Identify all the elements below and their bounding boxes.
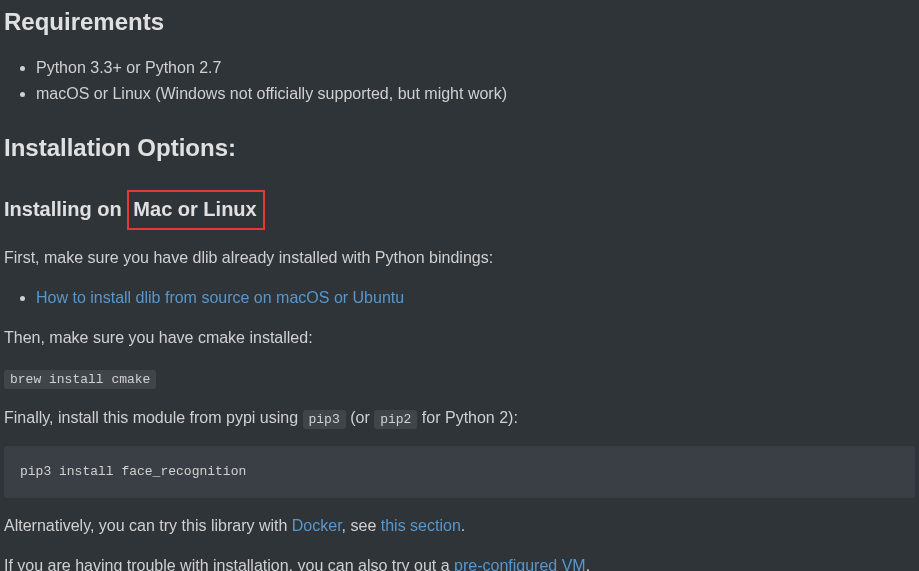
inline-code-pip2: pip2: [374, 410, 417, 429]
text-prefix: Alternatively, you can try this library …: [4, 517, 292, 534]
paragraph-vm: If you are having trouble with installat…: [4, 554, 915, 572]
highlighted-text: Mac or Linux: [127, 190, 264, 230]
text-prefix: Finally, install this module from pypi u…: [4, 409, 303, 426]
list-item: How to install dlib from source on macOS…: [36, 286, 915, 310]
installation-options-heading: Installation Options:: [4, 130, 915, 166]
inline-code-pip3: pip3: [303, 410, 346, 429]
list-item: Python 3.3+ or Python 2.7: [36, 56, 915, 80]
link-docker[interactable]: Docker: [292, 517, 342, 534]
paragraph-docker: Alternatively, you can try this library …: [4, 514, 915, 538]
link-dlib-install[interactable]: How to install dlib from source on macOS…: [36, 289, 404, 306]
installing-mac-linux-heading: Installing on Mac or Linux: [4, 190, 915, 230]
requirements-list: Python 3.3+ or Python 2.7 macOS or Linux…: [4, 56, 915, 106]
dlib-link-list: How to install dlib from source on macOS…: [4, 286, 915, 310]
requirements-heading: Requirements: [4, 4, 915, 40]
link-this-section[interactable]: this section: [381, 517, 461, 534]
list-item: macOS or Linux (Windows not officially s…: [36, 82, 915, 106]
inline-code: brew install cmake: [4, 370, 156, 389]
heading-text-prefix: Installing on: [4, 198, 127, 220]
paragraph-cmake-intro: Then, make sure you have cmake installed…: [4, 326, 915, 350]
text-mid: (or: [346, 409, 374, 426]
code-brew-install: brew install cmake: [4, 366, 915, 390]
code-block-pip-install: pip3 install face_recognition: [4, 446, 915, 498]
text-suffix: .: [461, 517, 465, 534]
text-suffix: for Python 2):: [417, 409, 518, 426]
text-suffix: .: [586, 557, 590, 572]
paragraph-pip-install: Finally, install this module from pypi u…: [4, 406, 915, 430]
text-mid: , see: [342, 517, 381, 534]
paragraph-dlib-intro: First, make sure you have dlib already i…: [4, 246, 915, 270]
text-prefix: If you are having trouble with installat…: [4, 557, 454, 572]
link-preconfigured-vm[interactable]: pre-configured VM: [454, 557, 586, 572]
